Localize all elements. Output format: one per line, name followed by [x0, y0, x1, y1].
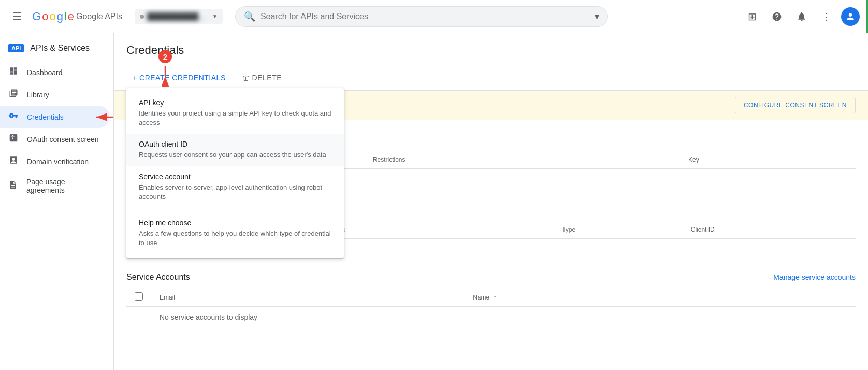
service-account-title: Service account — [139, 173, 331, 181]
menu-item-service-account[interactable]: Service account Enables server-to-server… — [126, 166, 344, 208]
oauth-client-id-title: OAuth client ID — [139, 140, 331, 148]
menu-item-oauth-client-id[interactable]: OAuth client ID Requests user consent so… — [126, 134, 344, 166]
apps-icon-button[interactable]: ⊞ — [742, 6, 762, 27]
sa-no-data-checkbox — [126, 307, 151, 328]
create-credentials-button[interactable]: + CREATE CREDENTIALS — [126, 69, 232, 86]
project-selector[interactable]: ██████████████ ▼ — [135, 9, 223, 24]
domain-icon — [8, 155, 19, 167]
sort-up-icon: ↑ — [493, 294, 496, 301]
service-accounts-title: Service Accounts — [126, 273, 190, 282]
nav-right: ⊞ ⋮ — [742, 6, 860, 27]
hamburger-menu[interactable]: ☰ — [8, 6, 26, 27]
search-icon: 🔍 — [244, 11, 255, 22]
create-credentials-dropdown: API key Identifies your project using a … — [126, 88, 344, 258]
sidebar-item-oauth-consent[interactable]: OAuth consent screen — [0, 128, 109, 150]
service-accounts-section: Service Accounts Manage service accounts… — [114, 260, 868, 328]
oauth-client-id-header: Client ID — [683, 220, 856, 239]
more-options-icon-button[interactable]: ⋮ — [816, 6, 837, 27]
oauth-client-id-desc: Requests user consent so your app can ac… — [139, 150, 331, 160]
configure-consent-button[interactable]: CONFIGURE CONSENT SCREEN — [735, 97, 856, 113]
nav-left: ☰ Google Google APIs ██████████████ ▼ — [8, 6, 223, 27]
notifications-icon-button[interactable] — [791, 6, 812, 27]
sa-select-all[interactable] — [135, 292, 143, 301]
sidebar-item-library-label: Library — [27, 91, 49, 99]
apis-label: Google APIs — [76, 12, 122, 21]
api-key-title: API key — [139, 98, 331, 107]
green-border-indicator — [866, 0, 868, 33]
menu-item-help-choose[interactable]: Help me choose Asks a few questions to h… — [126, 212, 344, 254]
top-navigation: ☰ Google Google APIs ██████████████ ▼ 🔍 … — [0, 0, 868, 33]
sidebar-item-dashboard-label: Dashboard — [27, 68, 63, 77]
sa-no-data-text: No service accounts to display — [151, 307, 856, 328]
library-icon — [8, 89, 19, 101]
api-keys-key-header: Key — [680, 150, 856, 169]
page-usage-icon — [8, 180, 18, 192]
search-bar[interactable]: 🔍 ▾ — [235, 6, 608, 27]
credentials-header: Credentials + CREATE CREDENTIALS 🗑 DELET… — [114, 33, 868, 90]
content-area: Credentials + CREATE CREDENTIALS 🗑 DELET… — [114, 33, 868, 370]
sidebar: API APIs & Services Dashboard Library Cr… — [0, 33, 114, 370]
sidebar-item-credentials-label: Credentials — [27, 113, 64, 121]
sidebar-item-dashboard[interactable]: Dashboard — [0, 61, 109, 83]
dashboard-icon — [8, 66, 19, 78]
project-name: ██████████████ — [147, 12, 209, 21]
delete-button[interactable]: 🗑 DELETE — [236, 69, 288, 86]
sidebar-item-page-usage[interactable]: Page usage agreements — [0, 173, 109, 200]
sidebar-item-domain[interactable]: Domain verification — [0, 150, 109, 173]
search-input[interactable] — [261, 12, 595, 21]
sidebar-header: API APIs & Services — [0, 37, 113, 61]
sidebar-item-page-usage-label: Page usage agreements — [26, 178, 101, 194]
toolbar: + CREATE CREDENTIALS 🗑 DELETE API key Id… — [126, 65, 856, 90]
step1-annotation: 1 — [94, 109, 114, 125]
google-logo[interactable]: Google Google APIs — [32, 10, 122, 23]
menu-divider — [126, 210, 344, 210]
avatar[interactable] — [841, 7, 860, 26]
sa-checkbox-header — [126, 288, 151, 307]
help-choose-desc: Asks a few questions to help you decide … — [139, 229, 331, 248]
help-choose-title: Help me choose — [139, 219, 331, 227]
service-accounts-header: Service Accounts Manage service accounts — [126, 273, 856, 282]
sidebar-item-credentials[interactable]: Credentials 1 — [0, 106, 109, 128]
sa-no-data-row: No service accounts to display — [126, 307, 856, 328]
sidebar-item-domain-label: Domain verification — [27, 158, 89, 166]
project-dropdown-icon: ▼ — [212, 13, 218, 19]
oauth-type-header: Type — [554, 220, 683, 239]
sidebar-title: APIs & Services — [30, 44, 90, 53]
search-dropdown-icon[interactable]: ▾ — [595, 11, 599, 22]
api-badge: API — [8, 44, 24, 52]
sa-email-header: Email — [151, 288, 465, 307]
main-layout: API APIs & Services Dashboard Library Cr… — [0, 33, 868, 370]
help-icon-button[interactable] — [766, 6, 787, 27]
project-dot-icon — [140, 15, 144, 19]
sa-name-header: Name ↑ — [465, 288, 856, 307]
sidebar-item-oauth-label: OAuth consent screen — [27, 135, 99, 144]
sidebar-item-library[interactable]: Library — [0, 83, 109, 106]
service-accounts-table: Email Name ↑ No service accounts to disp… — [126, 288, 856, 328]
api-keys-restrictions-header: Restrictions — [365, 150, 680, 169]
api-key-desc: Identifies your project using a simple A… — [139, 109, 331, 127]
credentials-icon — [8, 111, 19, 123]
manage-service-accounts-link[interactable]: Manage service accounts — [773, 273, 856, 281]
page-title: Credentials — [126, 44, 856, 57]
menu-item-api-key[interactable]: API key Identifies your project using a … — [126, 92, 344, 134]
oauth-consent-icon — [8, 133, 19, 145]
service-account-desc: Enables server-to-server, app-level auth… — [139, 183, 331, 202]
